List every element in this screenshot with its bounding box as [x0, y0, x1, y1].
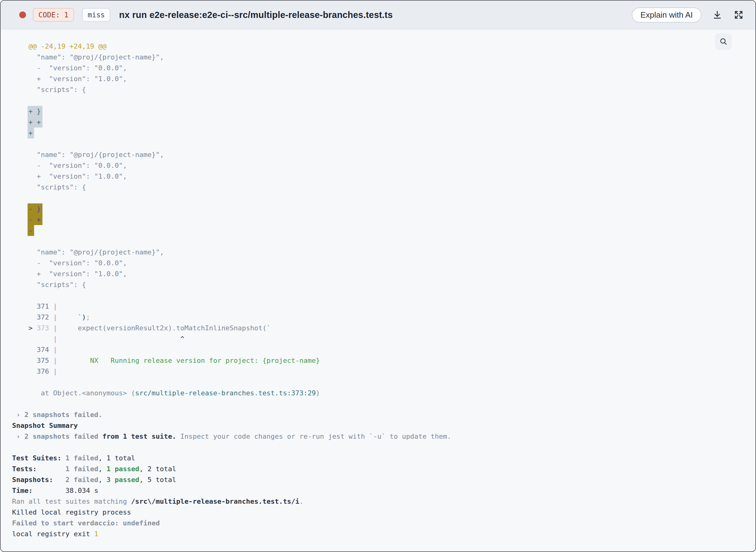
- terminal-segment: ;: [86, 313, 90, 321]
- terminal-segment: 3 passed: [107, 476, 139, 484]
- terminal-segment: Test Suites:: [12, 454, 66, 462]
- terminal-line: 371 |: [12, 301, 755, 312]
- terminal-segment: ): [82, 313, 86, 321]
- terminal-segment: toMatchInlineSnapshot(: [176, 324, 266, 332]
- terminal-segment: Time:: [12, 487, 32, 495]
- terminal-segment: 374: [12, 346, 49, 354]
- terminal-segment: 373: [36, 324, 49, 332]
- terminal-line: [12, 398, 755, 409]
- terminal-segment: |: [12, 335, 57, 343]
- terminal-segment: at Object.<anonymous> (: [12, 389, 135, 397]
- terminal-segment: |: [49, 313, 57, 321]
- terminal-segment: Snapshot Summary: [12, 422, 78, 429]
- terminal-line: [12, 442, 755, 453]
- terminal-line: - "version": "0.0.0",: [12, 258, 755, 268]
- terminal-line: [12, 95, 755, 106]
- terminal-window: CODE: 1 miss nx run e2e-release:e2e-ci--…: [0, 0, 756, 552]
- terminal-line: - "version": "0.0.0",: [12, 62, 755, 74]
- terminal-segment: NX Running release version for project: …: [57, 357, 320, 365]
- terminal-segment: [12, 118, 28, 126]
- download-icon: [712, 10, 723, 20]
- terminal-segment: ): [316, 389, 320, 397]
- terminal-segment: |: [49, 324, 57, 332]
- download-button[interactable]: [712, 10, 723, 20]
- terminal-line: - +: [12, 214, 755, 225]
- terminal-line: "name": "@proj/{project-name}",: [12, 149, 755, 160]
- terminal-segment: [57, 313, 78, 321]
- terminal-segment: "scripts": {: [12, 183, 86, 191]
- terminal-line: › 2 snapshots failed from 1 test suite. …: [12, 431, 755, 442]
- terminal-segment: › 2 snapshots failed.: [12, 411, 102, 419]
- terminal-segment: 371: [12, 302, 49, 310]
- terminal-line: Snapshots: 2 failed, 3 passed, 5 total: [12, 474, 755, 485]
- terminal-line: [12, 377, 755, 388]
- terminal-segment: `: [78, 313, 82, 321]
- terminal-segment: from 1 test suite.: [98, 432, 176, 440]
- terminal-segment: "scripts": {: [12, 86, 86, 94]
- terminal-output: @@ -24,19 +24,19 @@ "name": "@proj/{proj…: [1, 29, 755, 551]
- terminal-line: [12, 290, 755, 301]
- terminal-segment: [12, 42, 28, 50]
- terminal-segment: - "version": "0.0.0",: [12, 162, 127, 169]
- terminal-line: 374 |: [12, 344, 755, 355]
- terminal-line: "scripts": {: [12, 84, 755, 95]
- terminal-line: "scripts": {: [12, 279, 755, 290]
- terminal-line: -: [12, 225, 755, 236]
- terminal-line: Killed local registry process: [12, 507, 755, 518]
- terminal-segment: 1: [94, 530, 98, 538]
- terminal-segment: - }: [27, 203, 42, 214]
- exit-code-badge: CODE: 1: [33, 8, 74, 22]
- terminal-segment: .: [172, 324, 176, 332]
- terminal-segment: + "version": "1.0.0",: [12, 172, 127, 180]
- terminal-line: > 373 | expect(versionResult2x).toMatchI…: [12, 322, 755, 333]
- terminal-line: | ^: [12, 333, 755, 344]
- terminal-line: @@ -24,19 +24,19 @@: [12, 41, 755, 52]
- terminal-segment: expect(versionResult2x): [57, 324, 172, 332]
- terminal-segment: Tests:: [12, 465, 66, 473]
- terminal-segment: >: [28, 324, 37, 332]
- header-actions: Explain with AI: [632, 7, 744, 23]
- terminal-line: - }: [12, 203, 755, 214]
- status-dot-icon: [19, 11, 26, 18]
- terminal-segment: Failed to start verdaccio: undefined: [12, 519, 160, 527]
- terminal-segment: |: [49, 368, 57, 375]
- terminal-segment: |: [49, 357, 57, 365]
- terminal-segment: Ran all test suites matching: [12, 498, 131, 505]
- terminal-segment: + "version": "1.0.0",: [12, 270, 127, 278]
- terminal-segment: Inspect your code changes or re-run jest…: [176, 432, 451, 440]
- terminal-segment: Snapshots:: [12, 476, 66, 484]
- terminal-line: "scripts": {: [12, 182, 755, 192]
- terminal-segment: [12, 216, 28, 224]
- terminal-line: + }: [12, 106, 755, 117]
- cache-miss-badge: miss: [82, 8, 110, 22]
- terminal-line: [12, 138, 755, 149]
- terminal-line: 375 | NX Running release version for pro…: [12, 355, 755, 366]
- terminal-segment: "name": "@proj/{project-name}",: [12, 248, 164, 256]
- terminal-line: Failed to start verdaccio: undefined: [12, 518, 755, 529]
- terminal-segment: , 1 total: [98, 454, 135, 462]
- terminal-segment: › 2 snapshots failed: [12, 432, 98, 440]
- terminal-segment: 1 failed: [66, 454, 98, 462]
- terminal-segment: src/multiple-release-branches.test.ts:37…: [135, 389, 316, 397]
- explain-with-ai-button[interactable]: Explain with AI: [632, 7, 701, 23]
- terminal-line: Ran all test suites matching /src\/multi…: [12, 496, 755, 507]
- terminal-segment: 1 passed: [107, 465, 139, 473]
- terminal-line: › 2 snapshots failed.: [12, 409, 755, 420]
- terminal-segment: @@ -24,19 +24,19 @@: [28, 42, 107, 50]
- terminal-segment: 372: [12, 313, 49, 321]
- search-icon: [719, 37, 728, 46]
- terminal-line: + +: [12, 117, 755, 128]
- fullscreen-button[interactable]: [733, 9, 744, 20]
- terminal-segment: 38.034 s: [32, 487, 98, 495]
- terminal-line: Test Suites: 1 failed, 1 total: [12, 453, 755, 463]
- terminal-segment: [12, 108, 28, 115]
- terminal-line: [12, 236, 755, 247]
- terminal-segment: [12, 205, 28, 213]
- terminal-line: Time: 38.034 s: [12, 485, 755, 496]
- terminal-segment: ^: [57, 335, 185, 343]
- terminal-line: +: [12, 128, 755, 138]
- terminal-segment: Killed local registry process: [12, 508, 131, 516]
- search-button[interactable]: [715, 33, 732, 50]
- terminal-line: + "version": "1.0.0",: [12, 171, 755, 182]
- terminal-segment: - "version": "0.0.0",: [12, 64, 127, 72]
